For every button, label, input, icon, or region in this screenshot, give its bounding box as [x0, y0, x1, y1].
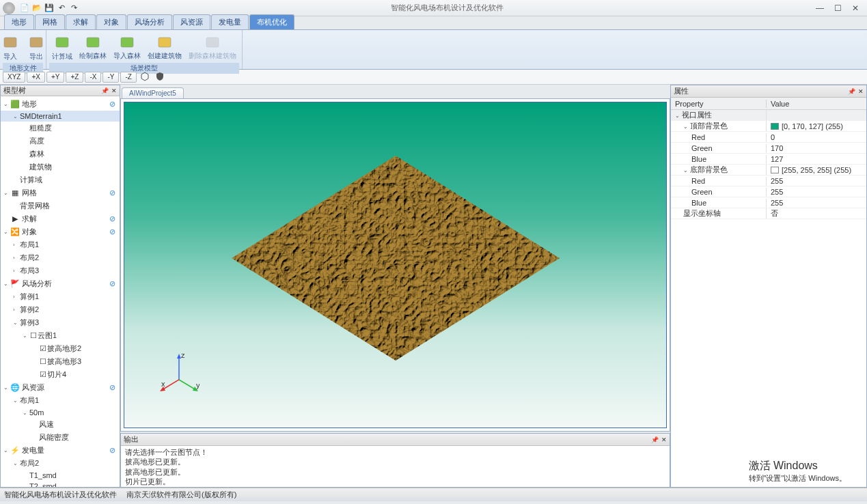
app-icon[interactable]	[3, 2, 15, 14]
property-row[interactable]: ⌄顶部背景色[0, 170, 127] (255)	[671, 121, 866, 132]
ribbon-button[interactable]: 导出	[24, 31, 49, 63]
svg-rect-4	[121, 38, 133, 47]
panel-close-icon[interactable]: ✕	[661, 436, 667, 443]
pin-icon[interactable]: 📌	[101, 87, 109, 94]
tree-node[interactable]: ⌄🌐风资源⊘	[1, 381, 120, 394]
panel-close-icon[interactable]: ✕	[111, 87, 117, 94]
tree-node[interactable]: T1_smd	[1, 470, 120, 481]
pin-icon[interactable]: 📌	[651, 436, 659, 443]
view-button[interactable]: -Y	[102, 72, 119, 83]
ribbon-tab[interactable]: 网格	[35, 14, 65, 29]
cube-icon[interactable]	[139, 71, 152, 83]
ribbon-tab[interactable]: 布机优化	[249, 14, 294, 29]
panel-close-icon[interactable]: ✕	[858, 88, 864, 95]
ribbon-tab[interactable]: 求解	[66, 14, 96, 29]
tree-node[interactable]: ☐ 披高地形3	[1, 355, 120, 368]
view-button[interactable]: +Y	[46, 72, 65, 83]
tree-label: 求解	[22, 214, 37, 224]
tree-node[interactable]: ›布局1	[1, 238, 120, 251]
tree-node[interactable]: ⌄🔀对象⊘	[1, 225, 120, 238]
center-area: AIWindProject5 三维视口 ⊞ ☐ ✕	[120, 85, 670, 488]
view-button[interactable]: +X	[27, 72, 45, 83]
ribbon-tab[interactable]: 对象	[96, 14, 126, 29]
tree-node[interactable]: ›算例1	[1, 290, 120, 303]
ribbon-tab[interactable]: 风场分析	[127, 14, 172, 29]
close-button[interactable]: ✕	[851, 3, 860, 13]
property-row[interactable]: ⌄底部背景色[255, 255, 255] (255)	[671, 165, 866, 176]
property-row[interactable]: Green170	[671, 143, 866, 154]
tree-label: 网格	[22, 188, 37, 198]
checkbox-icon[interactable]: ☐	[39, 357, 47, 366]
view-button[interactable]: -Z	[120, 72, 136, 83]
ribbon-tab[interactable]: 风资源	[173, 14, 210, 29]
tree-label: T1_smd	[29, 471, 57, 479]
checkbox-icon[interactable]: ☑	[39, 344, 47, 353]
output-log[interactable]: 请先选择一个云图节点！披高地形已更新。披高地形已更新。切片已更新。	[121, 446, 670, 487]
property-grid[interactable]: ⌄视口属性⌄顶部背景色[0, 170, 127] (255)Red0Green1…	[671, 110, 866, 219]
tree-node[interactable]: 建筑物	[1, 160, 120, 173]
tree-node[interactable]: 风能密度	[1, 431, 120, 444]
tree-node[interactable]: ›算例2	[1, 303, 120, 316]
ribbon-button[interactable]: 导入	[0, 31, 23, 63]
property-row[interactable]: Blue127	[671, 154, 866, 165]
tree-node[interactable]: ⌄⚡发电量⊘	[1, 444, 120, 457]
property-row[interactable]: Blue255	[671, 197, 866, 208]
tree-node[interactable]: ⌄SMDterrain1	[1, 111, 120, 122]
qat-undo-icon[interactable]: ↶	[56, 3, 67, 14]
tree-node[interactable]: ⌄布局2	[1, 457, 120, 470]
grid-icon: ▦	[10, 189, 20, 197]
maximize-button[interactable]: ☐	[833, 3, 842, 13]
property-row[interactable]: 显示坐标轴否	[671, 208, 866, 219]
ribbon-tab[interactable]: 发电量	[211, 14, 249, 29]
pin-icon[interactable]: 📌	[848, 88, 855, 95]
tree-node[interactable]: ›布局3	[1, 264, 120, 277]
tree-node[interactable]: 森林	[1, 148, 120, 160]
tree-node[interactable]: ⌄🟩地形⊘	[1, 98, 120, 111]
tree-node[interactable]: 高度	[1, 135, 120, 148]
property-row[interactable]: Red0	[671, 132, 866, 143]
col-property: Property	[671, 100, 767, 108]
tree-node[interactable]: ›布局2	[1, 251, 120, 264]
tree-label: 50m	[29, 408, 44, 417]
document-tab[interactable]: AIWindProject5	[122, 87, 184, 98]
tree-node[interactable]: 风速	[1, 418, 120, 431]
property-row[interactable]: Green255	[671, 186, 866, 197]
qat-redo-icon[interactable]: ↷	[68, 3, 79, 14]
tree-node[interactable]: ▶求解⊘	[1, 212, 120, 225]
svg-text:y: y	[196, 381, 199, 389]
check-badge-icon: ⊘	[109, 279, 118, 288]
model-tree[interactable]: ⌄🟩地形⊘⌄SMDterrain1粗糙度高度森林建筑物计算域⌄▦网格⊘背景网格▶…	[1, 96, 120, 488]
tree-node[interactable]: ⌄布局1	[1, 394, 120, 407]
tree-node[interactable]: ☑ 披高地形2	[1, 342, 120, 355]
tree-node[interactable]: 计算域	[1, 173, 120, 186]
checkbox-icon[interactable]: ☐	[29, 331, 38, 340]
tree-node[interactable]: ⌄算例3	[1, 316, 120, 329]
branch-icon: 🔀	[10, 228, 20, 236]
qat-save-icon[interactable]: 💾	[44, 3, 55, 14]
ribbon-button[interactable]: 导入森林	[111, 31, 143, 63]
ribbon-button[interactable]: 绘制森林	[77, 31, 109, 63]
tree-node[interactable]: T2_smd	[1, 481, 120, 488]
property-row[interactable]: Red255	[671, 176, 866, 186]
view-button[interactable]: +Z	[66, 72, 83, 83]
tree-node[interactable]: ⌄🚩风场分析⊘	[1, 277, 120, 290]
ribbon-button[interactable]: 创建建筑物	[145, 31, 184, 63]
tree-node[interactable]: ☑ 切片4	[1, 368, 120, 381]
ribbon-button[interactable]: 计算域	[49, 31, 75, 63]
tree-node[interactable]: ⌄▦网格⊘	[1, 186, 120, 199]
checkbox-icon[interactable]: ☑	[39, 370, 47, 379]
tree-node[interactable]: 粗糙度	[1, 122, 120, 135]
qat-new-icon[interactable]: 📄	[19, 3, 30, 14]
tree-node[interactable]: ⌄50m	[1, 407, 120, 418]
ribbon-tab[interactable]: 地形	[4, 14, 34, 29]
ribbon-label: 绘制森林	[79, 52, 107, 59]
property-row[interactable]: ⌄视口属性	[671, 110, 866, 121]
3d-viewport[interactable]: zyx	[124, 102, 667, 428]
view-button[interactable]: -X	[85, 72, 101, 83]
minimize-button[interactable]: —	[815, 3, 825, 13]
tree-node[interactable]: 背景网格	[1, 199, 120, 212]
view-button[interactable]: XYZ	[3, 72, 25, 83]
shield-icon[interactable]	[154, 71, 167, 83]
qat-open-icon[interactable]: 📂	[31, 3, 42, 14]
tree-node[interactable]: ⌄☐ 云图1	[1, 329, 120, 342]
